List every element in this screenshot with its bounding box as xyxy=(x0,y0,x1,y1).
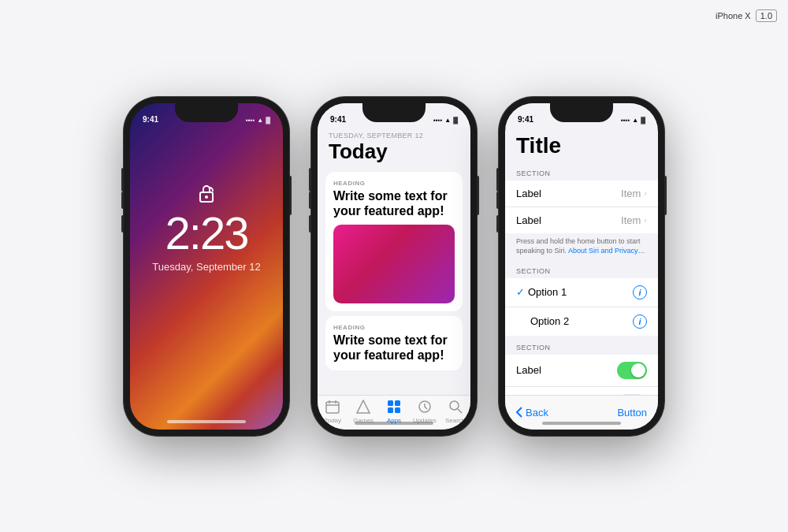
phones-container: 9:41 ▪▪▪▪ ▲ ▓ 2:23 xyxy=(124,97,664,436)
battery-icon-3: ▓ xyxy=(641,117,645,124)
wifi-icon-2: ▲ xyxy=(444,117,451,124)
card-1: HEADING Write some text for your feature… xyxy=(325,172,463,311)
info-icon-1[interactable]: i xyxy=(633,285,647,299)
app-title: Today xyxy=(329,140,459,164)
lock-icon xyxy=(195,182,217,204)
svg-marker-6 xyxy=(357,400,370,413)
row-value-1-2: Item xyxy=(621,214,641,226)
lock-screen: 9:41 ▪▪▪▪ ▲ ▓ 2:23 xyxy=(130,103,283,430)
home-indicator-2 xyxy=(355,422,433,425)
svg-rect-2 xyxy=(326,402,339,413)
iphone-3: 9:41 ▪▪▪▪ ▲ ▓ Title SECTION xyxy=(499,97,664,436)
card-2: HEADING Write some text for your feature… xyxy=(325,316,463,370)
settings-row-1-1[interactable]: Label Item › xyxy=(505,180,658,207)
settings-section-1: SECTION Label Item › Label xyxy=(505,169,658,233)
tab-today[interactable]: Today xyxy=(318,400,348,424)
toggle-1[interactable] xyxy=(617,362,647,379)
card-2-heading-label: HEADING xyxy=(333,324,455,331)
lock-content: 2:23 Tuesday, September 12 xyxy=(130,182,283,273)
tab-updates-icon xyxy=(418,400,432,416)
settings-group-3: Label Label xyxy=(505,355,658,395)
notch-3 xyxy=(550,103,613,122)
section-label-1: SECTION xyxy=(505,169,658,177)
svg-point-1 xyxy=(205,195,208,199)
settings-row-1-2[interactable]: Label Item › xyxy=(505,207,658,233)
notch-1 xyxy=(175,103,238,122)
svg-point-12 xyxy=(450,401,459,410)
status-time-1: 9:41 xyxy=(143,115,158,124)
iphone-2: 9:41 ▪▪▪▪ ▲ ▓ TUESDAY, SEPTEMBER 12 Toda… xyxy=(311,97,477,436)
tab-search-icon xyxy=(448,400,463,416)
row-right-1-1: Item › xyxy=(621,188,647,199)
chevron-icon-1-2: › xyxy=(644,215,647,225)
tab-games-icon xyxy=(356,400,370,416)
settings-header: Title xyxy=(505,127,658,162)
card-1-heading-label: HEADING xyxy=(333,180,455,187)
settings-title: Title xyxy=(516,133,647,158)
toggle-1-knob xyxy=(631,363,645,378)
status-time-2: 9:41 xyxy=(330,115,346,124)
svg-rect-10 xyxy=(395,407,400,413)
svg-rect-9 xyxy=(388,407,393,413)
battery-icon-2: ▓ xyxy=(453,117,458,124)
card-1-image xyxy=(333,225,455,303)
settings-row-3-2[interactable]: Label xyxy=(505,387,658,395)
settings-row-2-2[interactable]: Option 2 i xyxy=(505,307,658,336)
status-icons-3: ▪▪▪▪ ▲ ▓ xyxy=(621,117,645,124)
checkmark-icon: ✓ xyxy=(516,286,525,298)
back-chevron-icon xyxy=(516,407,522,418)
tab-updates[interactable]: Updates xyxy=(409,400,440,424)
status-icons-1: ▪▪▪▪ ▲ ▓ xyxy=(246,117,270,124)
info-note: Press and hold the home button to start … xyxy=(505,233,658,259)
lock-date: Tuesday, September 12 xyxy=(152,261,260,273)
screen-wrapper-2: 9:41 ▪▪▪▪ ▲ ▓ TUESDAY, SEPTEMBER 12 Toda… xyxy=(318,103,470,430)
settings-section-2: SECTION ✓ Option 1 i xyxy=(505,267,658,336)
signal-icon: ▪▪▪▪ xyxy=(246,117,255,124)
svg-rect-7 xyxy=(388,400,393,406)
iphone-1: 9:41 ▪▪▪▪ ▲ ▓ 2:23 xyxy=(124,97,289,436)
status-icons-2: ▪▪▪▪ ▲ ▓ xyxy=(433,117,458,124)
settings-section-3: SECTION Label Label xyxy=(505,344,658,395)
nav-button[interactable]: Button xyxy=(617,407,647,419)
lock-time: 2:23 xyxy=(165,210,248,256)
chevron-icon-1-1: › xyxy=(644,188,647,198)
app-header: TUESDAY, SEPTEMBER 12 Today xyxy=(318,127,470,167)
version-badge: 1.0 xyxy=(756,9,777,22)
tab-apps-icon xyxy=(387,400,401,416)
nav-back-label: Back xyxy=(526,407,548,419)
card-2-heading-text: Write some text for your featured app! xyxy=(333,333,455,363)
row-label-1-2: Label xyxy=(516,214,541,226)
card-1-heading-text: Write some text for your featured app! xyxy=(333,188,455,218)
home-indicator-3 xyxy=(542,422,621,425)
tab-games[interactable]: Games xyxy=(348,400,379,424)
signal-icon-2: ▪▪▪▪ xyxy=(433,117,442,124)
tab-today-label: Today xyxy=(325,417,341,424)
battery-icon: ▓ xyxy=(266,117,270,124)
settings-content: Title SECTION Label Item › xyxy=(505,127,658,395)
device-label: iPhone X 1.0 xyxy=(716,9,777,22)
wifi-icon: ▲ xyxy=(257,117,263,124)
home-indicator-1 xyxy=(167,420,246,423)
svg-rect-8 xyxy=(395,400,400,406)
tab-apps[interactable]: Apps xyxy=(379,400,410,424)
status-time-3: 9:41 xyxy=(518,115,533,124)
signal-icon-3: ▪▪▪▪ xyxy=(621,117,630,124)
section-label-3: SECTION xyxy=(505,344,658,352)
row-label-3-1: Label xyxy=(516,364,541,376)
tab-search[interactable]: Search xyxy=(440,400,470,424)
settings-row-2-1[interactable]: ✓ Option 1 i xyxy=(505,278,658,307)
tab-today-icon xyxy=(325,400,340,416)
notch-2 xyxy=(362,103,426,122)
wifi-icon-3: ▲ xyxy=(632,117,638,124)
svg-line-13 xyxy=(458,409,462,413)
app-date: TUESDAY, SEPTEMBER 12 xyxy=(329,132,459,140)
app-content: TUESDAY, SEPTEMBER 12 Today HEADING Writ… xyxy=(318,127,470,395)
settings-row-3-1[interactable]: Label xyxy=(505,355,658,387)
row-label-2-2: Option 2 xyxy=(530,315,569,327)
app-screen: 9:41 ▪▪▪▪ ▲ ▓ TUESDAY, SEPTEMBER 12 Toda… xyxy=(318,103,470,430)
info-icon-2[interactable]: i xyxy=(633,314,647,329)
settings-screen: 9:41 ▪▪▪▪ ▲ ▓ Title SECTION xyxy=(505,103,658,430)
nav-back-button[interactable]: Back xyxy=(516,407,548,419)
row-label-2-1: Option 1 xyxy=(528,286,567,298)
row-label-1-1: Label xyxy=(516,188,541,199)
